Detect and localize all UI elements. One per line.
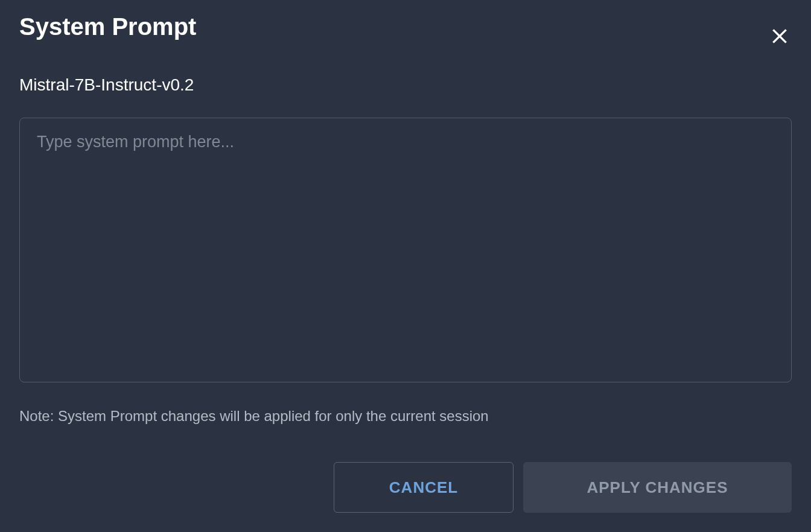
modal-header: System Prompt (19, 12, 792, 52)
button-row: CANCEL APPLY CHANGES (19, 462, 792, 513)
session-note: Note: System Prompt changes will be appl… (19, 408, 792, 425)
close-icon (770, 27, 789, 46)
apply-changes-button[interactable]: APPLY CHANGES (523, 462, 792, 513)
modal-title: System Prompt (19, 12, 196, 41)
system-prompt-input[interactable] (19, 118, 792, 382)
cancel-button[interactable]: CANCEL (334, 462, 514, 513)
close-button[interactable] (765, 22, 794, 52)
model-name-label: Mistral-7B-Instruct-v0.2 (19, 75, 792, 95)
